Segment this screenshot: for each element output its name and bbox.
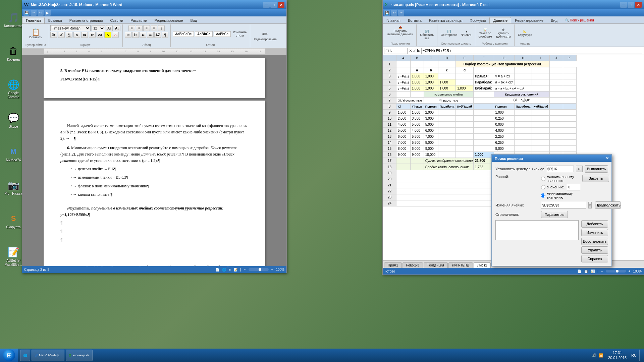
cell-g7[interactable]: (Yi - Pm(xi))² [494, 98, 549, 104]
cell-a15[interactable]: 8,000 [396, 146, 411, 152]
cell-d4[interactable]: 1,000 [438, 79, 456, 85]
excel-rh-4[interactable]: 4 [383, 79, 396, 85]
solver-close-btn2[interactable]: Закрыть [582, 175, 609, 182]
excel-rh-23[interactable]: 23 [383, 194, 396, 200]
superscript-btn[interactable]: x² [89, 32, 96, 38]
cell-a4[interactable]: y =P₂(x) [396, 79, 411, 85]
excel-sheet-lin-tend[interactable]: ЛИН-ТЕНД [448, 262, 473, 268]
cell-f16[interactable]: 1,000 [473, 152, 494, 158]
cell-c18[interactable]: Средне квадр. отклонения: [424, 164, 473, 170]
cell-f10[interactable] [473, 116, 494, 122]
excel-col-a[interactable]: A [396, 55, 411, 61]
cell-j14[interactable] [549, 140, 563, 146]
excel-sheet-list1[interactable]: Лист1 [474, 262, 491, 268]
solver-target-input[interactable] [546, 166, 574, 172]
cell-f8[interactable] [473, 104, 494, 110]
excel-rh-11[interactable]: 11 [383, 122, 396, 128]
sort-btn[interactable]: 🔃 Сортировка [439, 29, 459, 37]
excel-zoom-in[interactable]: + [629, 269, 631, 273]
cell-b15[interactable]: 6,000 [410, 146, 424, 152]
cell-j11[interactable] [549, 122, 563, 128]
solver-execute-btn[interactable]: Выполнить [585, 165, 608, 173]
cell-f6[interactable] [473, 92, 494, 98]
excel-rh-6[interactable]: 6 [383, 92, 396, 98]
excel-rh-15[interactable]: 15 [383, 146, 396, 152]
highlight-btn[interactable]: А [104, 32, 111, 38]
cell-f5[interactable]: КубПараб: [473, 85, 494, 92]
cell-a13[interactable]: 6,000 [396, 134, 411, 140]
cell-a10[interactable]: 2,000 [396, 116, 411, 122]
cell-i4[interactable] [532, 79, 550, 85]
cell-k8[interactable] [563, 104, 576, 110]
cell-j15[interactable] [549, 146, 563, 152]
taskbar-clock[interactable]: 17:31 20.01.2015 [605, 350, 629, 361]
italic-btn[interactable]: К [58, 32, 65, 38]
cell-b2[interactable]: a [410, 67, 424, 73]
font-shrink-btn[interactable]: A↓ [114, 25, 120, 31]
style-heading2[interactable]: AaBbCc [214, 31, 231, 37]
excel-rh-7[interactable]: 7 [383, 98, 396, 104]
cell-e4[interactable] [456, 79, 474, 85]
style-heading1[interactable]: AaBbCc [195, 31, 213, 37]
cell-c17[interactable]: Суммы квадратов отклонений: [424, 158, 473, 164]
cell-k11[interactable] [563, 122, 576, 128]
cell-e3[interactable] [456, 73, 474, 79]
cell-h9[interactable] [514, 110, 532, 116]
cell-j6[interactable] [549, 92, 563, 98]
excel-col-b[interactable]: B [410, 55, 424, 61]
filter-btn[interactable]: ▼ Фильтр [460, 29, 473, 37]
excel-rh-5[interactable]: 5 [383, 85, 396, 92]
solver-radio-min[interactable]: минимальному значению [541, 191, 580, 199]
cell-g11[interactable]: 0,000 [494, 122, 514, 128]
excel-sheet-tendency[interactable]: Тенденция [424, 262, 448, 268]
numbering-btn[interactable]: 1≡ [132, 32, 139, 38]
excel-tab-insert[interactable]: Вставка [404, 17, 425, 23]
excel-rh-12[interactable]: 12 [383, 128, 396, 134]
cell-c5[interactable]: 1,000 [424, 85, 438, 92]
excel-tab-formulas[interactable]: Формулы [466, 17, 490, 23]
word-qa-save[interactable]: 💾 [23, 10, 30, 16]
excel-zoom-out[interactable]: − [601, 269, 603, 273]
excel-rh-1[interactable]: 1 [383, 61, 396, 67]
cell-h3[interactable] [514, 73, 532, 79]
cell-c9[interactable]: 2,000 [424, 110, 438, 116]
cell-f14[interactable] [473, 140, 494, 146]
word-tab-review[interactable]: Рецензирование [151, 17, 187, 23]
excel-tab-home[interactable]: Главная [383, 17, 404, 23]
excel-col-c[interactable]: C [424, 55, 438, 61]
cell-e9[interactable] [456, 110, 474, 116]
solver-params-btn[interactable]: Параметры [541, 211, 568, 218]
cell-k9[interactable] [563, 110, 576, 116]
cell-g12[interactable]: 4,000 [494, 128, 514, 134]
strikethrough-btn[interactable]: а [73, 32, 80, 38]
text-to-cols-btn[interactable]: 📊 Текст по столбцам [477, 27, 493, 39]
word-qa-play[interactable]: ▶ [45, 10, 51, 16]
indent-decrease-btn[interactable]: ⇐ [140, 32, 146, 38]
cell-a17[interactable] [396, 158, 411, 164]
cell-c6[interactable]: изменяемые ячейки [424, 92, 473, 98]
cell-g5[interactable]: a = a + bx + cx² + dx³ [494, 85, 549, 92]
excel-rh-8[interactable]: 8 [383, 104, 396, 110]
excel-view-page-break[interactable]: 📊 [591, 269, 595, 273]
structure-btn[interactable]: 📐 Структура [517, 29, 534, 37]
word-view-draft[interactable]: 📝 [233, 268, 237, 272]
word-zoom-out[interactable]: − [244, 268, 246, 272]
solver-value-input[interactable] [567, 184, 580, 190]
cell-g3[interactable]: y = a + bx [494, 73, 514, 79]
cell-h2[interactable] [514, 67, 532, 73]
cell-i11[interactable] [532, 122, 550, 128]
solver-change-input[interactable] [541, 202, 586, 208]
cell-b12[interactable]: 4,000 [410, 128, 424, 134]
excel-col-k[interactable]: K [563, 55, 576, 61]
word-font-size[interactable]: 12 [92, 25, 105, 31]
solver-delete-btn[interactable]: Удалить [581, 246, 608, 254]
style-normal[interactable]: AaBbCcDc [173, 31, 194, 37]
cell-f15[interactable] [473, 146, 494, 152]
excel-rh-16[interactable]: 16 [383, 152, 396, 158]
cell-i8[interactable]: КубПараб [532, 104, 550, 110]
cell-k2[interactable] [563, 67, 576, 73]
sort-btn[interactable]: AZ [154, 32, 161, 38]
cell-b6[interactable] [410, 92, 424, 98]
excel-rh-22[interactable]: 22 [383, 188, 396, 194]
cell-h10[interactable] [514, 116, 532, 122]
